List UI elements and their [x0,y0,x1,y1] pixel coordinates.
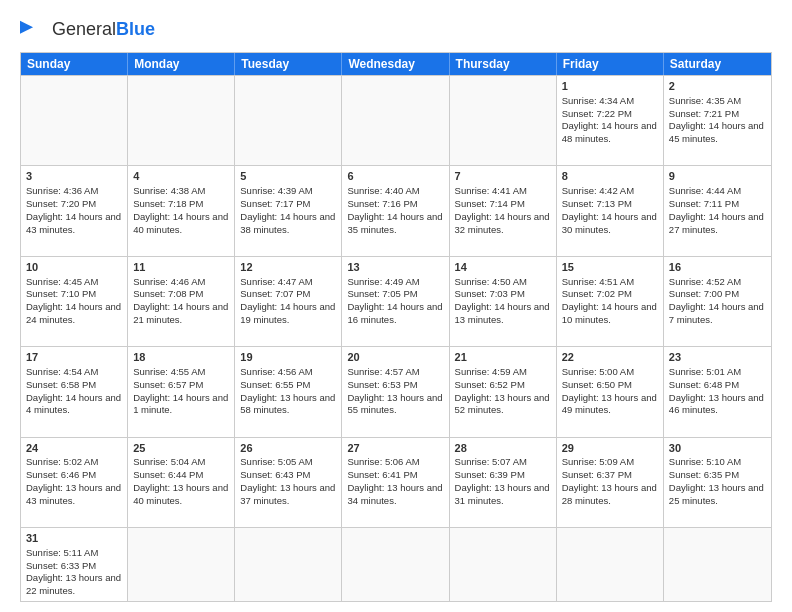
day-info-line: Daylight: 14 hours and 10 minutes. [562,301,658,327]
cal-cell-day-14: 14Sunrise: 4:50 AMSunset: 7:03 PMDayligh… [450,257,557,346]
cal-cell-day-23: 23Sunrise: 5:01 AMSunset: 6:48 PMDayligh… [664,347,771,436]
cal-cell-day-19: 19Sunrise: 4:56 AMSunset: 6:55 PMDayligh… [235,347,342,436]
day-info-line: Daylight: 14 hours and 35 minutes. [347,211,443,237]
header-day-friday: Friday [557,53,664,75]
cal-row-2: 10Sunrise: 4:45 AMSunset: 7:10 PMDayligh… [21,256,771,346]
day-number: 25 [133,441,229,456]
cal-cell-day-8: 8Sunrise: 4:42 AMSunset: 7:13 PMDaylight… [557,166,664,255]
header-day-saturday: Saturday [664,53,771,75]
day-info-line: Sunset: 7:10 PM [26,288,122,301]
day-info-line: Daylight: 13 hours and 22 minutes. [26,572,122,598]
day-info-line: Sunset: 6:43 PM [240,469,336,482]
day-info-line: Sunrise: 4:49 AM [347,276,443,289]
day-info-line: Daylight: 14 hours and 24 minutes. [26,301,122,327]
cal-cell-empty [557,528,664,601]
cal-cell-day-28: 28Sunrise: 5:07 AMSunset: 6:39 PMDayligh… [450,438,557,527]
day-info-line: Daylight: 13 hours and 55 minutes. [347,392,443,418]
day-number: 28 [455,441,551,456]
day-info-line: Sunset: 7:05 PM [347,288,443,301]
day-info-line: Sunset: 7:11 PM [669,198,766,211]
day-info-line: Sunset: 6:37 PM [562,469,658,482]
day-info-line: Sunset: 6:41 PM [347,469,443,482]
day-info-line: Sunset: 7:08 PM [133,288,229,301]
cal-cell-day-26: 26Sunrise: 5:05 AMSunset: 6:43 PMDayligh… [235,438,342,527]
cal-cell-day-10: 10Sunrise: 4:45 AMSunset: 7:10 PMDayligh… [21,257,128,346]
day-info-line: Sunset: 6:53 PM [347,379,443,392]
header-day-wednesday: Wednesday [342,53,449,75]
day-info-line: Sunset: 6:44 PM [133,469,229,482]
day-info-line: Sunset: 6:58 PM [26,379,122,392]
day-info-line: Sunrise: 4:57 AM [347,366,443,379]
day-info-line: Daylight: 13 hours and 31 minutes. [455,482,551,508]
day-info-line: Sunset: 6:57 PM [133,379,229,392]
day-info-line: Sunrise: 4:44 AM [669,185,766,198]
day-number: 10 [26,260,122,275]
day-info-line: Sunrise: 4:38 AM [133,185,229,198]
cal-cell-day-17: 17Sunrise: 4:54 AMSunset: 6:58 PMDayligh… [21,347,128,436]
header-day-tuesday: Tuesday [235,53,342,75]
day-info-line: Sunrise: 4:39 AM [240,185,336,198]
cal-cell-day-27: 27Sunrise: 5:06 AMSunset: 6:41 PMDayligh… [342,438,449,527]
cal-cell-day-2: 2Sunrise: 4:35 AMSunset: 7:21 PMDaylight… [664,76,771,165]
day-number: 27 [347,441,443,456]
day-number: 19 [240,350,336,365]
day-info-line: Daylight: 14 hours and 40 minutes. [133,211,229,237]
day-number: 24 [26,441,122,456]
cal-cell-day-21: 21Sunrise: 4:59 AMSunset: 6:52 PMDayligh… [450,347,557,436]
day-info-line: Daylight: 13 hours and 49 minutes. [562,392,658,418]
cal-cell-empty [235,528,342,601]
cal-cell-empty [342,76,449,165]
day-number: 1 [562,79,658,94]
cal-cell-empty [450,528,557,601]
day-info-line: Sunset: 7:17 PM [240,198,336,211]
day-info-line: Sunset: 6:52 PM [455,379,551,392]
day-info-line: Daylight: 14 hours and 1 minute. [133,392,229,418]
header: GeneralBlue [20,16,772,44]
day-info-line: Daylight: 14 hours and 16 minutes. [347,301,443,327]
day-info-line: Daylight: 13 hours and 46 minutes. [669,392,766,418]
day-info-line: Sunrise: 4:47 AM [240,276,336,289]
day-info-line: Daylight: 14 hours and 48 minutes. [562,120,658,146]
cal-cell-empty [128,76,235,165]
day-number: 7 [455,169,551,184]
day-info-line: Sunset: 7:18 PM [133,198,229,211]
day-info-line: Sunrise: 5:00 AM [562,366,658,379]
cal-cell-day-5: 5Sunrise: 4:39 AMSunset: 7:17 PMDaylight… [235,166,342,255]
day-info-line: Sunrise: 4:56 AM [240,366,336,379]
cal-row-5: 31Sunrise: 5:11 AMSunset: 6:33 PMDayligh… [21,527,771,601]
day-info-line: Daylight: 14 hours and 19 minutes. [240,301,336,327]
day-info-line: Sunrise: 5:01 AM [669,366,766,379]
cal-cell-day-22: 22Sunrise: 5:00 AMSunset: 6:50 PMDayligh… [557,347,664,436]
day-number: 4 [133,169,229,184]
day-info-line: Daylight: 14 hours and 21 minutes. [133,301,229,327]
day-number: 9 [669,169,766,184]
day-info-line: Sunset: 7:03 PM [455,288,551,301]
header-day-monday: Monday [128,53,235,75]
day-number: 30 [669,441,766,456]
day-info-line: Sunrise: 4:55 AM [133,366,229,379]
cal-row-0: 1Sunrise: 4:34 AMSunset: 7:22 PMDaylight… [21,75,771,165]
day-number: 5 [240,169,336,184]
cal-cell-day-18: 18Sunrise: 4:55 AMSunset: 6:57 PMDayligh… [128,347,235,436]
cal-cell-empty [128,528,235,601]
cal-cell-empty [235,76,342,165]
cal-cell-day-31: 31Sunrise: 5:11 AMSunset: 6:33 PMDayligh… [21,528,128,601]
day-number: 11 [133,260,229,275]
day-number: 12 [240,260,336,275]
page: GeneralBlue SundayMondayTuesdayWednesday… [0,0,792,612]
day-info-line: Sunset: 7:07 PM [240,288,336,301]
cal-cell-day-11: 11Sunrise: 4:46 AMSunset: 7:08 PMDayligh… [128,257,235,346]
day-info-line: Sunset: 6:50 PM [562,379,658,392]
day-info-line: Daylight: 14 hours and 32 minutes. [455,211,551,237]
day-info-line: Daylight: 14 hours and 27 minutes. [669,211,766,237]
logo-text: GeneralBlue [52,20,155,40]
cal-cell-day-25: 25Sunrise: 5:04 AMSunset: 6:44 PMDayligh… [128,438,235,527]
cal-cell-day-9: 9Sunrise: 4:44 AMSunset: 7:11 PMDaylight… [664,166,771,255]
day-info-line: Sunrise: 4:51 AM [562,276,658,289]
day-number: 21 [455,350,551,365]
logo: GeneralBlue [20,16,155,44]
day-info-line: Sunrise: 5:10 AM [669,456,766,469]
day-info-line: Daylight: 13 hours and 40 minutes. [133,482,229,508]
cal-cell-day-16: 16Sunrise: 4:52 AMSunset: 7:00 PMDayligh… [664,257,771,346]
header-day-sunday: Sunday [21,53,128,75]
